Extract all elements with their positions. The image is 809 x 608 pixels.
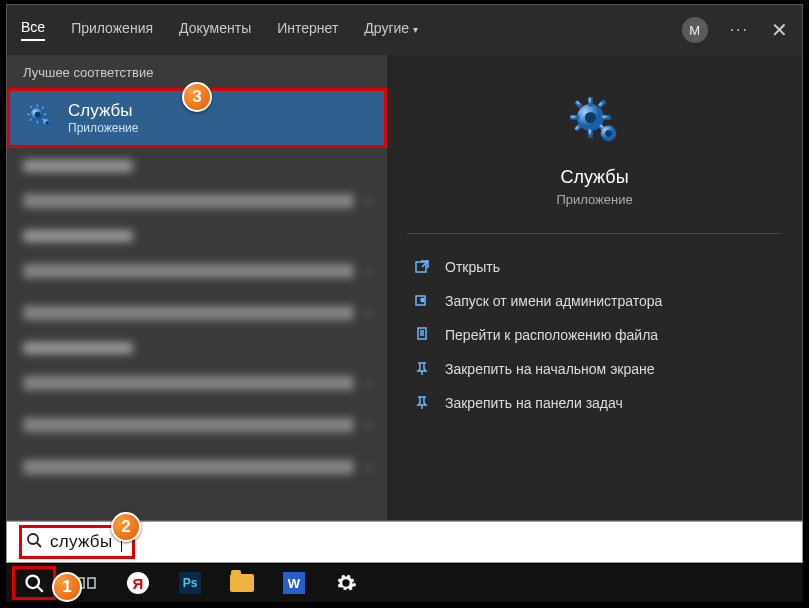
tab-documents[interactable]: Документы bbox=[179, 20, 251, 40]
results-list: Лучшее соответствие Службы Приложение › … bbox=[7, 55, 387, 520]
action-pin-to-start[interactable]: Закрепить на начальном экране bbox=[399, 354, 790, 384]
action-run-as-admin[interactable]: Запуск от имени администратора bbox=[399, 286, 790, 316]
callout-badge-1: 1 bbox=[52, 572, 82, 602]
action-label: Открыть bbox=[445, 259, 500, 275]
action-pin-to-taskbar[interactable]: Закрепить на панели задач bbox=[399, 388, 790, 418]
svg-point-11 bbox=[45, 121, 49, 125]
chevron-down-icon: ▾ bbox=[413, 24, 418, 35]
callout-badge-3: 3 bbox=[182, 82, 212, 112]
svg-rect-15 bbox=[570, 115, 579, 120]
svg-rect-1 bbox=[37, 104, 39, 109]
taskbar-explorer-icon[interactable] bbox=[220, 566, 264, 600]
action-label: Закрепить на панели задач bbox=[445, 395, 623, 411]
svg-point-21 bbox=[584, 112, 595, 123]
open-icon bbox=[413, 258, 431, 276]
search-icon bbox=[26, 532, 42, 552]
tab-all[interactable]: Все bbox=[21, 19, 45, 41]
chevron-right-icon: › bbox=[366, 417, 371, 433]
svg-rect-2 bbox=[37, 120, 39, 125]
action-label: Закрепить на начальном экране bbox=[445, 361, 655, 377]
action-label: Перейти к расположению файла bbox=[445, 327, 658, 343]
services-gear-large-icon bbox=[568, 95, 622, 153]
result-subtitle: Приложение bbox=[68, 121, 138, 135]
list-item[interactable]: › bbox=[7, 362, 387, 404]
chevron-right-icon: › bbox=[366, 459, 371, 475]
tab-internet[interactable]: Интернет bbox=[277, 20, 338, 40]
svg-rect-14 bbox=[588, 129, 593, 138]
list-item[interactable]: › bbox=[7, 292, 387, 334]
services-gear-icon bbox=[26, 103, 54, 134]
preview-pane: Службы Приложение Открыть Запуск от имен… bbox=[387, 55, 802, 520]
chevron-right-icon: › bbox=[366, 193, 371, 209]
search-flyout: Все Приложения Документы Интернет Другие… bbox=[6, 4, 803, 521]
pin-taskbar-icon bbox=[413, 394, 431, 412]
list-item[interactable]: › bbox=[7, 250, 387, 292]
more-options-button[interactable]: ··· bbox=[730, 21, 749, 39]
search-query-text: службы bbox=[50, 532, 112, 552]
svg-rect-16 bbox=[601, 115, 610, 120]
taskbar-yandex-icon[interactable]: Я bbox=[116, 566, 160, 600]
folder-location-icon bbox=[413, 326, 431, 344]
action-label: Запуск от имени администратора bbox=[445, 293, 662, 309]
result-title: Службы bbox=[68, 101, 138, 121]
list-item[interactable]: › bbox=[7, 446, 387, 488]
chevron-right-icon: › bbox=[366, 263, 371, 279]
tab-other-label: Другие bbox=[364, 20, 409, 36]
list-item[interactable]: › bbox=[7, 404, 387, 446]
chevron-right-icon: › bbox=[366, 305, 371, 321]
svg-point-9 bbox=[35, 111, 41, 117]
svg-rect-30 bbox=[88, 578, 95, 588]
tab-apps[interactable]: Приложения bbox=[71, 20, 153, 40]
action-open[interactable]: Открыть bbox=[399, 252, 790, 282]
other-results-blurred: › › › › › › bbox=[7, 148, 387, 520]
svg-point-27 bbox=[28, 534, 38, 544]
search-tabs: Все Приложения Документы Интернет Другие… bbox=[7, 5, 802, 55]
preview-title: Службы bbox=[560, 167, 628, 188]
admin-shield-icon bbox=[413, 292, 431, 310]
list-item[interactable]: › bbox=[7, 180, 387, 222]
taskbar: Я Ps W bbox=[6, 564, 803, 602]
taskbar-photoshop-icon[interactable]: Ps bbox=[168, 566, 212, 600]
svg-rect-7 bbox=[41, 105, 46, 110]
taskbar-settings-icon[interactable] bbox=[324, 566, 368, 600]
svg-point-28 bbox=[27, 576, 40, 589]
user-avatar[interactable]: M bbox=[682, 17, 708, 43]
action-open-file-location[interactable]: Перейти к расположению файла bbox=[399, 320, 790, 350]
pin-start-icon bbox=[413, 360, 431, 378]
svg-rect-4 bbox=[44, 113, 49, 115]
svg-rect-13 bbox=[588, 97, 593, 106]
close-button[interactable]: ✕ bbox=[771, 18, 788, 42]
taskbar-search-button[interactable] bbox=[12, 566, 56, 600]
callout-badge-2: 2 bbox=[111, 512, 141, 542]
preview-subtitle: Приложение bbox=[556, 192, 632, 207]
taskbar-word-icon[interactable]: W bbox=[272, 566, 316, 600]
svg-rect-3 bbox=[27, 113, 32, 115]
svg-rect-19 bbox=[597, 99, 606, 108]
chevron-right-icon: › bbox=[366, 375, 371, 391]
svg-point-23 bbox=[605, 130, 612, 137]
tab-other[interactable]: Другие▾ bbox=[364, 20, 418, 40]
